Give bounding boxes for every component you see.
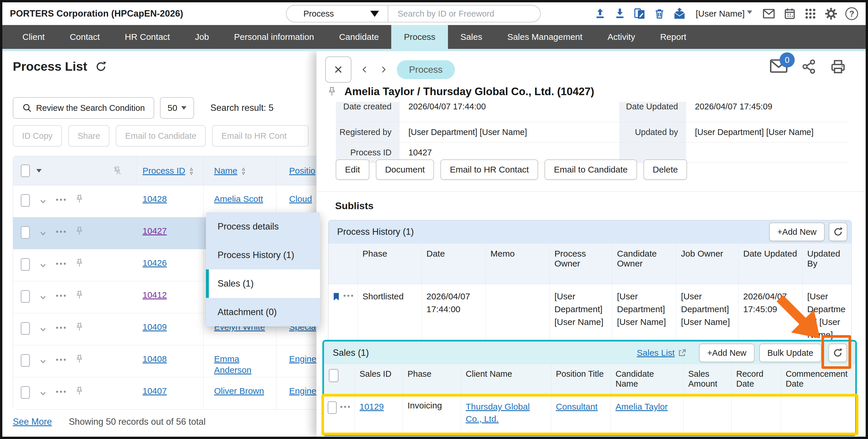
tab-activity[interactable]: Activity [595, 25, 648, 49]
share-button[interactable]: Share [68, 125, 110, 147]
refresh-icon[interactable] [95, 61, 107, 73]
pin-icon[interactable] [74, 258, 84, 268]
chevron-down-icon[interactable] [39, 357, 48, 366]
client-name-link[interactable]: Thursday Global Co., Ltd. [466, 401, 546, 425]
page-size-select[interactable]: 50 [160, 97, 194, 119]
add-new-button[interactable]: +Add New [699, 344, 754, 362]
menu-item-sales[interactable]: Sales (1) [206, 270, 320, 298]
close-button[interactable] [325, 57, 351, 83]
candidate-name-link[interactable]: Amelia Scott [214, 193, 263, 205]
tab-sales[interactable]: Sales [448, 25, 495, 49]
user-menu[interactable]: [User Name] [696, 9, 752, 19]
tab-job[interactable]: Job [182, 25, 221, 49]
email-to-candidate-button[interactable]: Email to Candidate [545, 159, 637, 180]
pin-icon[interactable] [74, 194, 84, 204]
more-actions-icon[interactable] [340, 406, 350, 408]
calendar-icon[interactable] [783, 7, 797, 20]
menu-item-attachment[interactable]: Attachment (0) [206, 298, 320, 326]
column-header-name[interactable]: Name [204, 156, 276, 185]
add-new-button[interactable]: +Add New [769, 223, 825, 241]
refresh-button[interactable] [829, 223, 847, 241]
bulk-update-button[interactable]: Bulk Update [759, 344, 822, 362]
process-id-link[interactable]: 10426 [143, 257, 167, 269]
pin-icon[interactable] [74, 386, 84, 396]
search-scope-select[interactable]: Process [286, 5, 388, 22]
chevron-down-icon[interactable] [39, 325, 48, 334]
delete-button[interactable]: Delete [644, 159, 687, 180]
share-icon[interactable] [801, 58, 817, 75]
position-title-link[interactable]: Consultant [556, 401, 597, 413]
process-id-link[interactable]: 10412 [143, 289, 167, 301]
select-all-checkbox[interactable] [329, 369, 339, 382]
review-search-condition-button[interactable]: Review the Search Condition [13, 97, 154, 119]
edit-button[interactable]: Edit [336, 159, 369, 180]
position-link[interactable]: Engine [289, 385, 316, 397]
tab-candidate[interactable]: Candidate [327, 25, 392, 49]
chevron-down-icon[interactable] [39, 293, 48, 302]
chevron-down-icon[interactable] [39, 229, 48, 238]
menu-item-process-history[interactable]: Process History (1) [206, 241, 320, 270]
search-input[interactable] [388, 5, 541, 22]
tab-report[interactable]: Report [648, 25, 699, 49]
process-id-link[interactable]: 10407 [143, 385, 167, 397]
tab-contact[interactable]: Contact [57, 25, 112, 49]
tab-client[interactable]: Client [10, 25, 57, 49]
trash-icon[interactable] [653, 7, 665, 20]
row-checkbox[interactable] [21, 226, 30, 239]
row-checkbox[interactable] [21, 290, 30, 303]
bookmark-icon[interactable] [332, 291, 341, 303]
sales-id-link[interactable]: 10129 [360, 401, 384, 413]
more-actions-icon[interactable] [56, 295, 66, 297]
mail-button[interactable]: 0 [769, 58, 788, 76]
tab-personal-information[interactable]: Personal information [222, 25, 327, 49]
process-id-link[interactable]: 10408 [143, 353, 167, 365]
prev-record-button[interactable] [360, 63, 370, 76]
email-to-candidate-button[interactable]: Email to Candidate [116, 125, 206, 147]
row-checkbox[interactable] [21, 322, 30, 335]
copy-edit-icon[interactable] [633, 7, 646, 20]
process-id-link[interactable]: 10427 [143, 225, 167, 237]
sort-icon[interactable] [190, 166, 193, 176]
id-copy-button[interactable]: ID Copy [13, 125, 62, 147]
candidate-name-link[interactable]: Emma Anderson [214, 353, 273, 376]
process-id-link[interactable]: 10428 [143, 193, 167, 205]
print-icon[interactable] [830, 58, 846, 75]
sort-icon[interactable] [242, 166, 245, 176]
row-checkbox[interactable] [328, 401, 337, 414]
pin-icon[interactable] [327, 86, 337, 97]
download-icon[interactable] [614, 7, 626, 20]
sales-list-link[interactable]: Sales List [637, 348, 687, 358]
email-to-hr-contact-button[interactable]: Email to HR Contact [440, 159, 538, 180]
caret-down-icon[interactable] [36, 169, 41, 173]
see-more-link[interactable]: See More [13, 417, 52, 427]
chevron-down-icon[interactable] [39, 389, 48, 398]
tab-sales-management[interactable]: Sales Management [495, 25, 595, 49]
mail-icon[interactable] [762, 7, 775, 20]
more-actions-icon[interactable] [56, 199, 66, 201]
pin-icon[interactable] [74, 290, 84, 300]
pin-icon[interactable] [74, 322, 84, 332]
menu-item-process-details[interactable]: Process details [206, 212, 320, 241]
more-actions-icon[interactable] [56, 263, 66, 265]
help-icon[interactable] [845, 7, 858, 20]
apps-grid-icon[interactable] [804, 7, 817, 20]
process-id-link[interactable]: 10409 [143, 321, 167, 333]
unpin-icon[interactable] [112, 165, 122, 176]
document-button[interactable]: Document [376, 159, 434, 180]
column-header-process-id[interactable]: Process ID [137, 156, 204, 185]
position-link[interactable]: Cloud [289, 193, 312, 205]
pin-icon[interactable] [74, 354, 84, 364]
chevron-down-icon[interactable] [39, 261, 48, 270]
more-actions-icon[interactable] [56, 231, 66, 233]
candidate-name-link[interactable]: Oliver Brown [214, 385, 264, 397]
row-checkbox[interactable] [21, 194, 30, 207]
next-record-button[interactable] [378, 63, 389, 76]
position-link[interactable]: Engine [289, 353, 316, 365]
tab-process[interactable]: Process [391, 25, 448, 49]
more-actions-icon[interactable] [344, 295, 353, 297]
row-checkbox[interactable] [21, 386, 30, 399]
mail-import-icon[interactable] [673, 7, 686, 20]
candidate-name-link[interactable]: Amelia Taylor [616, 401, 668, 413]
pin-icon[interactable] [74, 226, 84, 236]
more-actions-icon[interactable] [56, 391, 66, 393]
